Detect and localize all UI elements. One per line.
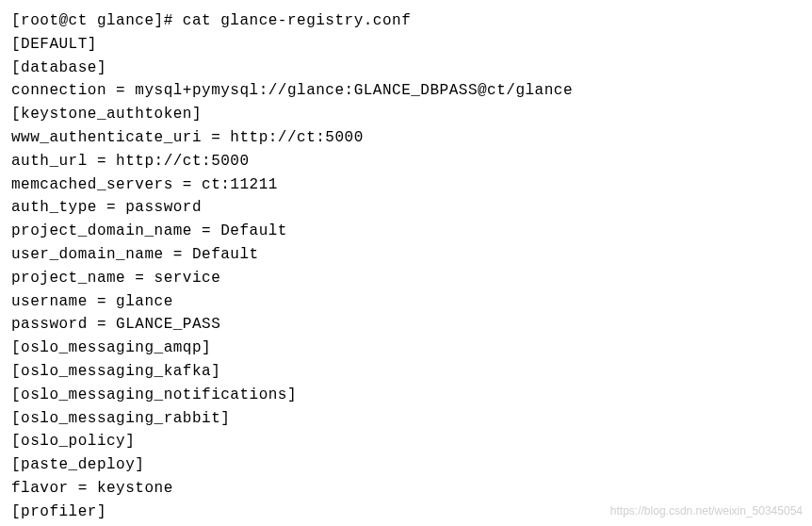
config-line: www_authenticate_uri = http://ct:5000 <box>11 126 801 150</box>
config-line: username = glance <box>11 290 801 314</box>
config-line: project_domain_name = Default <box>11 220 801 243</box>
config-line: [DEFAULT] <box>11 33 801 57</box>
config-line: [database] <box>11 57 801 80</box>
config-line: [keystone_authtoken] <box>11 103 801 126</box>
config-line: auth_url = http://ct:5000 <box>11 150 801 173</box>
config-line: [paste_deploy] <box>11 453 801 477</box>
config-line: [oslo_messaging_amqp] <box>11 337 801 360</box>
config-line: password = GLANCE_PASS <box>11 313 801 337</box>
config-line: [oslo_messaging_kafka] <box>11 360 801 384</box>
config-line: auth_type = password <box>11 196 801 220</box>
config-line: [oslo_messaging_rabbit] <box>11 407 801 431</box>
config-line: [oslo_policy] <box>11 430 801 453</box>
config-line: [oslo_messaging_notifications] <box>11 384 801 407</box>
watermark-text: https://blog.csdn.net/weixin_50345054 <box>610 502 803 520</box>
config-line: flavor = keystone <box>11 477 801 501</box>
prompt-line: [root@ct glance]# cat glance-registry.co… <box>11 9 801 33</box>
terminal-output: [root@ct glance]# cat glance-registry.co… <box>11 9 801 524</box>
config-line: memcached_servers = ct:11211 <box>11 173 801 197</box>
config-line: connection = mysql+pymysql://glance:GLAN… <box>11 79 801 103</box>
config-line: user_domain_name = Default <box>11 243 801 267</box>
config-line: project_name = service <box>11 267 801 290</box>
